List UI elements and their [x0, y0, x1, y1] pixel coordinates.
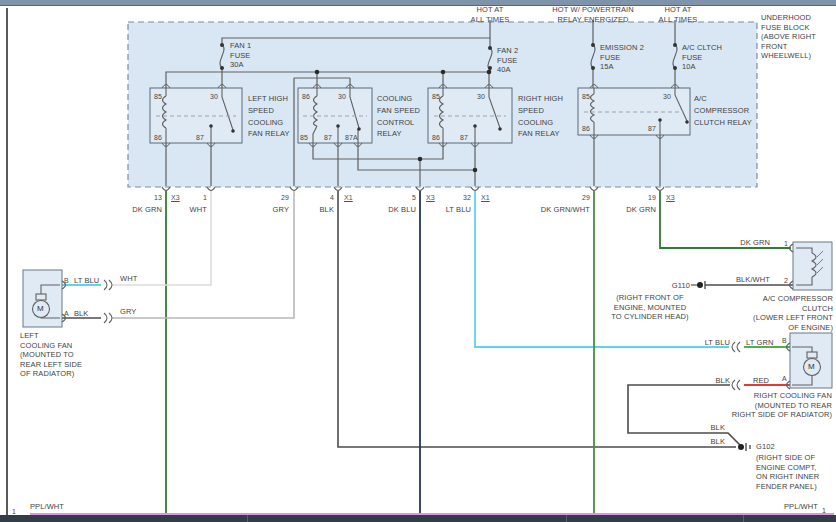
conn-pin-4: 4 — [310, 193, 334, 203]
relay4-pin-86: 86 — [582, 124, 590, 134]
g110-name: G110 — [640, 281, 690, 291]
bottom-wire-label-left: PPL/WHT — [30, 502, 64, 512]
relay2-pin-85: 85 — [300, 133, 308, 143]
g102-name: G102 — [756, 442, 775, 452]
relay1-label: LEFT HIGH SPEED COOLING FAN RELAY — [248, 93, 290, 140]
wire-color-lt-blu: LT BLU — [407, 205, 471, 215]
relay1-pin-86: 86 — [154, 133, 162, 143]
wire-color-blk: BLK — [280, 205, 334, 215]
clutch-term-1: 1 — [784, 239, 788, 249]
right-fan-wire-red: RED — [753, 376, 769, 386]
conn-pin-19: 19 — [632, 193, 656, 203]
left-fan-term-a: A — [64, 309, 69, 319]
relay3-label: RIGHT HIGH SPEED COOLING FAN RELAY — [518, 93, 563, 140]
taskbar[interactable] — [0, 515, 836, 522]
ground-g110-symbol — [691, 281, 705, 289]
left-fan-wire-wht: WHT — [120, 274, 137, 284]
conn-pin-29b: 29 — [566, 193, 590, 203]
g110-desc: (RIGHT FRONT OF ENGINE, MOUNTED TO CYLIN… — [585, 293, 715, 322]
clutch-wire-blk-wht: BLK/WHT — [706, 275, 770, 285]
relay3-pin-30: 30 — [467, 92, 485, 102]
clutch-label: A/C COMPRESSOR CLUTCH (LOWER LEFT FRONT … — [700, 294, 833, 332]
relay1-pin-85: 85 — [154, 92, 162, 102]
right-fan-motor-m: M — [808, 362, 815, 372]
wire-color-dk-grn-wht: DK GRN/WHT — [516, 205, 590, 215]
right-fan-label: RIGHT COOLING FAN (MOUNTED TO REAR RIGHT… — [640, 391, 832, 420]
right-fan-wire-lt-blu: LT BLU — [666, 338, 730, 348]
taskbar-divider — [743, 515, 744, 522]
left-fan-motor-m: M — [37, 304, 44, 314]
relay3-pin-87: 87 — [460, 133, 468, 143]
blk-label-lower: BLK — [665, 437, 725, 447]
conn-x3-c: X3 — [666, 193, 675, 203]
relay2-pin-87a: 87A — [345, 133, 358, 143]
conn-x3-a: X3 — [171, 193, 180, 203]
taskbar-divider — [247, 515, 248, 522]
left-fan-wire-lt-blu: LT BLU — [74, 276, 99, 286]
conn-pin-5: 5 — [392, 193, 416, 203]
taskbar-divider — [566, 515, 567, 522]
conn-x3-b: X3 — [426, 193, 435, 203]
splice-right-fan-b — [732, 342, 740, 352]
fuse-label-fan2: FAN 2 FUSE 40A — [497, 46, 518, 75]
wiring-diagram-page: HOT AT ALL TIMES HOT W/ POWERTRAIN RELAY… — [0, 0, 836, 522]
hot-label-3: HOT AT ALL TIMES — [638, 5, 718, 24]
relay4-label: A/C COMPRESSOR CLUTCH RELAY — [694, 93, 752, 128]
splice-left-fan-b — [104, 280, 112, 290]
conn-pin-29a: 29 — [265, 193, 289, 203]
relay3-pin-85: 85 — [432, 92, 440, 102]
fuse-label-ac-cltch: A/C CLTCH FUSE 10A — [682, 43, 722, 72]
conn-pin-13: 13 — [138, 193, 162, 203]
wire-color-wht: WHT — [153, 205, 207, 215]
relay2-pin-87: 87 — [324, 133, 332, 143]
wire-color-dk-grn-b: DK GRN — [592, 205, 656, 215]
relay4-pin-85: 85 — [582, 92, 590, 102]
bottom-wire-label-right: PPL/WHT — [754, 502, 818, 512]
splice-left-fan-a — [104, 313, 112, 323]
blk-label-upper: BLK — [665, 423, 725, 433]
fuse-label-emission2: EMISSION 2 FUSE 15A — [600, 43, 644, 72]
left-fan-label: LEFT COOLING FAN (MOUNTED TO REAR LEFT S… — [20, 331, 82, 379]
right-fan-wire-lt-grn: LT GRN — [746, 338, 773, 348]
relay2-pin-86: 86 — [302, 92, 310, 102]
relay3-pin-86: 86 — [432, 133, 440, 143]
conn-x1-a: X1 — [344, 193, 353, 203]
clutch-wire-dk-grn: DK GRN — [706, 238, 770, 248]
hot-label-1: HOT AT ALL TIMES — [450, 5, 530, 24]
conn-x1-b: X1 — [481, 193, 490, 203]
relay2-pin-30: 30 — [328, 92, 346, 102]
conn-pin-32: 32 — [447, 193, 471, 203]
fuse-block-label: UNDERHOOD FUSE BLOCK (ABOVE RIGHT FRONT … — [761, 13, 836, 61]
right-fan-box — [790, 333, 832, 388]
conn-pin-1: 1 — [183, 193, 207, 203]
left-fan-wire-gry: GRY — [120, 307, 136, 317]
right-fan-term-b: B — [782, 336, 787, 346]
relay1-pin-30: 30 — [200, 92, 218, 102]
g102-desc: (RIGHT SIDE OF ENGINE COMPT, ON RIGHT IN… — [756, 453, 819, 491]
relay1-pin-87: 87 — [196, 133, 204, 143]
fuse-label-fan1: FAN 1 FUSE 30A — [230, 41, 251, 70]
splice-right-fan-a — [732, 380, 740, 390]
relay2-label: COOLING FAN SPEED CONTROL RELAY — [377, 93, 420, 140]
right-fan-term-a: A — [782, 374, 787, 384]
clutch-term-2: 2 — [784, 276, 788, 286]
left-fan-wire-blk: BLK — [74, 309, 88, 319]
right-fan-wire-blk: BLK — [666, 376, 730, 386]
relay4-pin-87: 87 — [638, 124, 656, 134]
left-fan-term-b: B — [64, 276, 69, 286]
relay4-pin-30: 30 — [653, 92, 671, 102]
